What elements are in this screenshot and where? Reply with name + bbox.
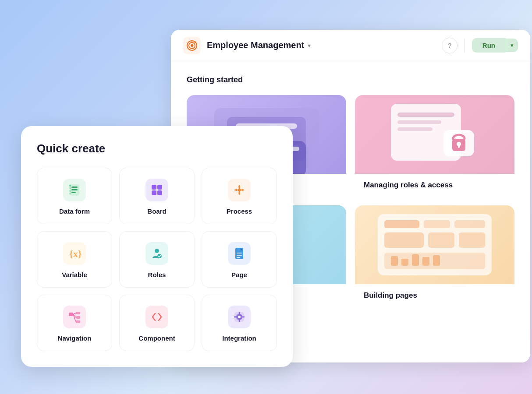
svg-rect-61 bbox=[237, 255, 242, 256]
svg-marker-52 bbox=[235, 189, 237, 191]
svg-rect-41 bbox=[71, 189, 78, 190]
card-illustration-orange bbox=[355, 205, 514, 284]
quick-create-panel: Quick create Data form bbox=[21, 126, 293, 367]
svg-point-58 bbox=[157, 254, 162, 258]
svg-rect-40 bbox=[71, 186, 78, 188]
svg-rect-62 bbox=[237, 257, 240, 258]
svg-rect-66 bbox=[76, 320, 80, 323]
qc-label-board: Board bbox=[147, 208, 166, 215]
svg-rect-36 bbox=[412, 254, 419, 266]
svg-rect-64 bbox=[76, 312, 80, 314]
svg-rect-46 bbox=[69, 193, 71, 194]
run-button[interactable]: Run bbox=[472, 38, 506, 53]
getting-started-label: Getting started bbox=[187, 75, 514, 84]
svg-rect-28 bbox=[424, 220, 450, 228]
svg-rect-42 bbox=[71, 192, 76, 193]
help-button[interactable]: ? bbox=[442, 38, 458, 53]
svg-rect-14 bbox=[397, 120, 441, 124]
qc-label-roles: Roles bbox=[148, 271, 166, 278]
svg-point-57 bbox=[155, 249, 159, 253]
svg-point-2 bbox=[191, 44, 193, 47]
card-label-managing-roles: Managing roles & access bbox=[355, 174, 514, 197]
component-icon bbox=[145, 306, 168, 328]
svg-text:{x}: {x} bbox=[69, 248, 82, 259]
svg-rect-34 bbox=[391, 256, 398, 266]
qc-label-component: Component bbox=[138, 334, 175, 342]
variable-icon: {x} bbox=[63, 242, 86, 265]
svg-rect-19 bbox=[458, 145, 460, 148]
qc-item-variable[interactable]: {x} Variable bbox=[37, 231, 112, 288]
qc-item-integration[interactable]: Integration bbox=[202, 295, 277, 351]
svg-rect-35 bbox=[401, 259, 408, 266]
svg-rect-48 bbox=[157, 185, 162, 190]
run-dropdown-button[interactable]: ▾ bbox=[506, 39, 518, 52]
app-logo bbox=[183, 37, 201, 54]
svg-rect-37 bbox=[422, 257, 429, 266]
svg-line-67 bbox=[73, 313, 76, 314]
svg-rect-30 bbox=[384, 232, 424, 248]
app-title: Employee Management bbox=[207, 40, 304, 50]
data-form-icon bbox=[63, 179, 86, 201]
svg-rect-44 bbox=[69, 187, 71, 189]
svg-marker-54 bbox=[238, 186, 241, 187]
quick-create-grid: Data form Board bbox=[37, 168, 277, 351]
svg-rect-15 bbox=[397, 127, 433, 131]
qc-item-page[interactable]: Page bbox=[202, 231, 277, 288]
qc-label-variable: Variable bbox=[62, 271, 87, 278]
svg-rect-43 bbox=[69, 185, 71, 186]
svg-rect-31 bbox=[428, 232, 454, 248]
app-title-row[interactable]: Employee Management ▾ bbox=[207, 40, 311, 50]
card-illustration-pink bbox=[355, 95, 514, 174]
qc-label-navigation: Navigation bbox=[58, 334, 92, 342]
qc-label-integration: Integration bbox=[222, 334, 256, 342]
card-managing-roles[interactable]: Managing roles & access bbox=[355, 95, 514, 197]
navigation-icon bbox=[63, 306, 86, 328]
qc-label-data-form: Data form bbox=[59, 208, 90, 215]
qc-item-navigation[interactable]: Navigation bbox=[37, 295, 112, 351]
svg-rect-63 bbox=[69, 313, 73, 316]
svg-marker-55 bbox=[238, 193, 241, 194]
svg-rect-13 bbox=[397, 113, 454, 117]
board-icon bbox=[145, 179, 168, 201]
chevron-down-icon: ▾ bbox=[308, 42, 311, 49]
quick-create-title: Quick create bbox=[37, 142, 277, 155]
qc-item-roles[interactable]: Roles bbox=[119, 231, 195, 288]
svg-rect-49 bbox=[152, 190, 156, 195]
app-header: Employee Management ▾ ? Run ▾ bbox=[171, 30, 530, 61]
page-icon bbox=[228, 242, 251, 265]
svg-rect-47 bbox=[152, 185, 156, 190]
roles-icon bbox=[145, 242, 168, 265]
qc-label-page: Page bbox=[231, 271, 247, 278]
qc-item-board[interactable]: Board bbox=[119, 168, 195, 224]
svg-rect-50 bbox=[157, 190, 162, 195]
svg-rect-38 bbox=[433, 255, 440, 266]
card-label-building-pages: Building pages bbox=[355, 284, 514, 307]
svg-marker-53 bbox=[242, 189, 244, 191]
integration-icon bbox=[228, 306, 251, 328]
qc-item-data-form[interactable]: Data form bbox=[37, 168, 112, 224]
svg-rect-60 bbox=[237, 253, 242, 253]
qc-label-process: Process bbox=[227, 208, 252, 215]
qc-item-component[interactable]: Component bbox=[119, 295, 195, 351]
header-divider bbox=[465, 39, 465, 53]
process-icon bbox=[228, 179, 251, 201]
svg-rect-65 bbox=[76, 316, 80, 319]
card-building-pages[interactable]: Building pages bbox=[355, 205, 514, 307]
svg-rect-27 bbox=[384, 220, 419, 228]
svg-rect-29 bbox=[454, 220, 485, 228]
svg-rect-45 bbox=[69, 190, 71, 192]
svg-point-72 bbox=[238, 316, 241, 318]
qc-item-process[interactable]: Process bbox=[202, 168, 277, 224]
svg-rect-32 bbox=[459, 232, 485, 248]
